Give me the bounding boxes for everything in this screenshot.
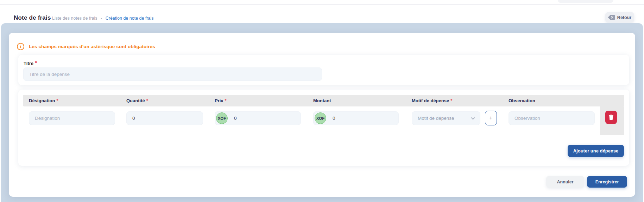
info-icon: i — [17, 43, 24, 50]
top-navbar-remnant — [0, 0, 644, 5]
expense-table-row: XOF XOF Motif de dépense + — [23, 106, 624, 135]
chevron-down-icon — [470, 116, 476, 121]
content-background: i Les champs marqués d'un astérisque son… — [1, 23, 643, 202]
expense-table-header: Désignation* Quantité* Prix* Montant Mot… — [23, 95, 624, 106]
page-header: Note de frais Liste des notes de frais -… — [0, 5, 644, 23]
column-header-prix: Prix* — [215, 98, 227, 103]
amount-currency-badge: XOF — [315, 112, 326, 124]
required-asterisk: * — [35, 60, 37, 66]
designation-input[interactable] — [29, 111, 115, 125]
breadcrumb-current: Création de note de frais — [106, 16, 154, 21]
amount-input[interactable] — [327, 112, 396, 125]
add-reason-button[interactable]: + — [485, 111, 497, 125]
trash-icon — [608, 115, 614, 120]
required-asterisk: * — [146, 98, 148, 103]
required-asterisk: * — [450, 98, 452, 103]
title-input[interactable] — [23, 67, 322, 81]
add-expense-button[interactable]: Ajouter une dépense — [568, 145, 624, 157]
expense-reason-placeholder: Motif de dépense — [418, 116, 454, 121]
price-field: XOF — [215, 111, 301, 125]
column-header-montant: Montant — [313, 98, 331, 103]
save-button[interactable]: Enregistrer — [587, 176, 627, 188]
table-footer-divider — [18, 136, 629, 136]
expense-reason-select[interactable]: Motif de dépense — [412, 111, 480, 125]
column-header-quantite: Quantité* — [126, 98, 148, 103]
price-currency-badge: XOF — [216, 112, 228, 124]
required-fields-notice-text: Les champs marqués d'un astérisque sont … — [29, 44, 155, 49]
back-button-label: Retour — [617, 15, 631, 20]
column-header-motif: Motif de dépense* — [412, 98, 452, 103]
expense-form-card: i Les champs marqués d'un astérisque son… — [9, 33, 635, 197]
title-section-card: Titre* — [18, 55, 629, 85]
backspace-icon — [608, 15, 615, 20]
quantity-input[interactable] — [126, 111, 203, 125]
cancel-button[interactable]: Annuler — [546, 176, 584, 188]
top-navbar-remnant-shape — [558, 0, 613, 3]
breadcrumb: Liste des notes de frais - Création de n… — [52, 16, 154, 21]
required-asterisk: * — [225, 98, 227, 103]
price-input[interactable] — [228, 112, 298, 125]
title-field-label: Titre* — [24, 60, 37, 66]
required-fields-notice: i Les champs marqués d'un astérisque son… — [17, 43, 155, 50]
page-title: Note de frais — [14, 14, 51, 21]
expense-lines-card: Désignation* Quantité* Prix* Montant Mot… — [18, 90, 629, 166]
required-asterisk: * — [56, 98, 58, 103]
back-button[interactable]: Retour — [605, 12, 634, 23]
delete-row-button[interactable] — [605, 111, 617, 124]
column-header-designation: Désignation* — [29, 98, 58, 103]
title-divider — [48, 14, 48, 22]
expense-note-creation-page: Note de frais Liste des notes de frais -… — [0, 0, 644, 202]
observation-input[interactable] — [509, 111, 595, 125]
breadcrumb-separator: - — [101, 16, 102, 21]
breadcrumb-parent-link[interactable]: Liste des notes de frais — [52, 16, 97, 21]
column-header-observation: Observation — [509, 98, 535, 103]
amount-field: XOF — [313, 111, 399, 125]
